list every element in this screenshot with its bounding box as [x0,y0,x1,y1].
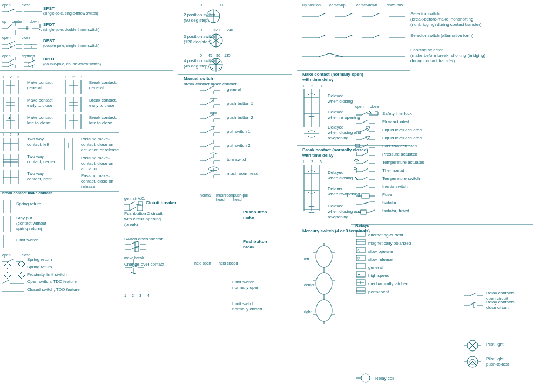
svg-text:contact, right: contact, right [27,177,52,181]
svg-text:general: general [27,85,42,90]
svg-text:Manual switch: Manual switch [184,76,213,81]
svg-text:(make-before-break, shorting (: (make-before-break, shorting (bridging) [410,53,486,58]
svg-text:down: down [30,19,39,23]
svg-text:Isolator, fused: Isolator, fused [382,208,409,213]
svg-text:release: release [81,184,96,189]
svg-text:90: 90 [216,53,220,57]
svg-text:pull switch 2: pull switch 2 [227,143,251,148]
svg-text:Passing make-: Passing make- [81,137,110,141]
svg-text:Inertia switch: Inertia switch [382,184,408,189]
svg-text:contact, close on: contact, close on [81,179,113,184]
svg-line-290 [346,35,353,38]
svg-text:Two way: Two way [27,154,44,159]
svg-text:when closing and: when closing and [327,130,361,135]
svg-text:Isolator: Isolator [382,200,397,205]
svg-text:with time delay: with time delay [302,77,334,82]
svg-point-451 [361,374,370,382]
svg-text:open: open [2,54,11,58]
svg-text:1: 1 [124,294,126,298]
svg-text:when re-opening: when re-opening [327,192,360,197]
svg-text:make: make [243,215,254,220]
svg-text:3: 3 [320,84,322,88]
svg-text:close: close [22,253,30,257]
svg-text:Relay contacts,: Relay contacts, [486,300,516,305]
svg-text:2: 2 [132,294,134,298]
svg-line-21 [38,28,42,31]
svg-text:open: open [355,105,364,109]
svg-text:right/left: right/left [22,54,35,58]
svg-text:up position: up position [302,3,321,8]
svg-text:contact, close on: contact, close on [81,142,113,147]
svg-text:4 position switch: 4 position switch [184,58,215,63]
svg-text:mushroom-head: mushroom-head [227,171,258,176]
svg-text:Selector switch: Selector switch [410,11,440,16]
svg-text:held open: held open [194,261,211,266]
svg-text:135: 135 [224,53,231,57]
svg-text:center-down: center-down [356,3,377,7]
svg-text:open: open [2,36,11,40]
svg-text:Closed switch, TDO feature: Closed switch, TDO feature [27,287,80,292]
svg-text:mushroom: mushroom [216,193,234,197]
svg-text:Pressure actuated: Pressure actuated [382,152,417,157]
svg-point-341 [316,246,332,267]
svg-text:break contact make contact: break contact make contact [184,82,237,86]
svg-text:when closing: when closing [327,175,353,180]
svg-text:DPDT: DPDT [43,57,55,62]
svg-text:(nonbridging) during contact t: (nonbridging) during contact transfer) [410,22,482,27]
svg-line-298 [319,53,329,57]
svg-text:(45 deg step): (45 deg step) [184,64,209,69]
svg-text:early to close: early to close [89,103,115,108]
svg-text:1: 1 [302,84,305,88]
svg-text:2: 2 [311,84,313,88]
svg-text:(break): (break) [124,222,138,227]
svg-rect-412 [362,194,369,198]
svg-text:Relay coil: Relay coil [375,376,394,381]
svg-line-280 [319,13,326,16]
svg-text:Circuit breaker: Circuit breaker [146,200,176,205]
svg-text:(double-pole, single-throw swi: (double-pole, single-throw switch) [43,44,99,48]
svg-line-31 [8,45,15,49]
svg-text:Shorting selector: Shorting selector [410,48,443,52]
svg-text:Spring return: Spring return [27,265,52,269]
svg-text:Break contact,: Break contact, [89,115,117,120]
svg-text:120: 120 [213,28,220,32]
svg-text:head: head [216,198,225,201]
svg-text:(90 deg step): (90 deg step) [184,18,209,23]
svg-text:with circuit opening: with circuit opening [124,217,161,221]
svg-text:open: open [2,3,11,8]
svg-text:up: up [2,19,6,24]
svg-marker-361 [367,111,372,113]
svg-marker-159 [18,272,25,279]
svg-line-284 [373,13,380,16]
svg-text:2: 2 [10,133,12,137]
svg-text:0: 0 [200,3,202,7]
svg-text:1: 1 [302,160,305,164]
svg-text:3: 3 [320,160,322,164]
svg-text:slow-operate: slow-operate [368,249,393,254]
svg-text:DPST: DPST [43,38,55,43]
svg-text:right: right [304,310,312,314]
svg-line-217 [205,129,213,133]
svg-text:Delayed: Delayed [328,110,343,114]
svg-text:→: → [356,117,360,120]
svg-text:during contact transfer): during contact transfer) [410,58,455,63]
svg-text:center: center [12,19,23,23]
svg-text:(120 deg step): (120 deg step) [184,39,212,44]
svg-text:~: ~ [356,232,359,236]
svg-line-416 [362,202,370,204]
svg-text:re-opening: re-opening [328,214,348,219]
svg-text:pull switch 1: pull switch 1 [227,129,251,134]
svg-text:Make contact,: Make contact, [27,98,54,103]
svg-text:3: 3 [80,75,82,79]
svg-line-209 [205,114,213,119]
svg-line-152 [8,259,14,262]
svg-text:make break: make break [124,256,144,260]
svg-text:△: △ [357,248,360,252]
svg-text:45: 45 [208,53,212,57]
svg-text:1: 1 [65,75,67,79]
svg-rect-500 [135,247,138,252]
svg-text:magnetically polarized: magnetically polarized [368,241,411,246]
svg-line-422 [369,210,375,212]
svg-text:push-button 2: push-button 2 [227,115,253,120]
svg-line-243 [130,202,135,204]
